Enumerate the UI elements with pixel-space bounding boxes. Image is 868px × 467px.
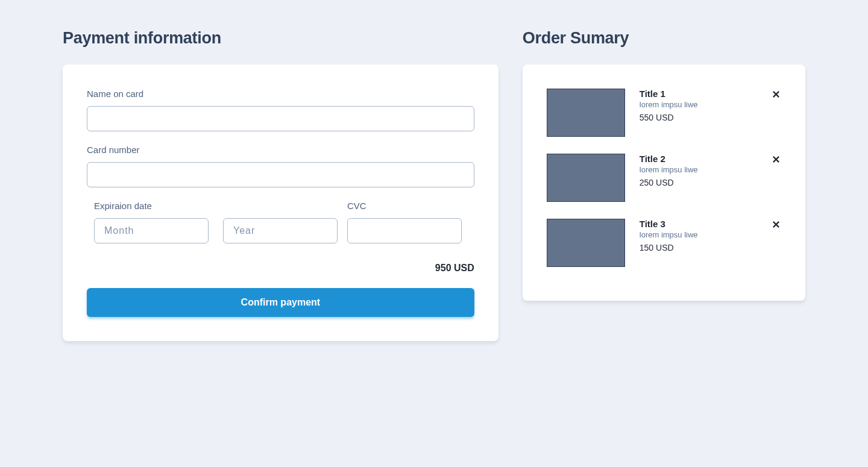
expiration-month-input[interactable] [94,218,209,243]
remove-item-button[interactable] [770,219,781,230]
order-item: Title 3 lorem impsu liwe 150 USD [547,219,781,267]
expiration-label: Expiraion date [94,201,338,211]
order-item-thumbnail [547,219,625,267]
order-item-subtitle: lorem impsu liwe [640,165,756,174]
card-number-input[interactable] [87,162,474,187]
order-item-price: 550 USD [640,113,756,122]
order-item-subtitle: lorem impsu liwe [640,230,756,239]
close-icon [772,90,780,98]
close-icon [772,155,780,163]
name-on-card-label: Name on card [87,89,474,99]
order-item-title: Title 2 [640,154,756,164]
order-item-title: Title 1 [640,89,756,99]
order-item: Title 2 lorem impsu liwe 250 USD [547,154,781,202]
order-item-thumbnail [547,89,625,137]
order-summary-card: Title 1 lorem impsu liwe 550 USD Title 2… [523,64,805,301]
expiration-year-input[interactable] [223,218,338,243]
order-item-info: Title 1 lorem impsu liwe 550 USD [640,89,756,137]
remove-item-button[interactable] [770,154,781,165]
order-item-info: Title 2 lorem impsu liwe 250 USD [640,154,756,202]
order-item: Title 1 lorem impsu liwe 550 USD [547,89,781,137]
card-number-label: Card number [87,145,474,155]
order-item-price: 150 USD [640,243,756,252]
payment-section-title: Payment information [63,29,498,48]
name-on-card-input[interactable] [87,106,474,131]
remove-item-button[interactable] [770,89,781,99]
expiration-field: Expiraion date [94,201,338,243]
expiration-cvc-row: Expiraion date CVC [87,201,474,243]
order-item-price: 250 USD [640,178,756,187]
name-on-card-field: Name on card [87,89,474,131]
cvc-field: CVC [347,201,462,243]
close-icon [772,221,780,228]
payment-card: Name on card Card number Expiraion date … [63,64,498,341]
order-item-subtitle: lorem impsu liwe [640,100,756,109]
order-item-thumbnail [547,154,625,202]
order-item-info: Title 3 lorem impsu liwe 150 USD [640,219,756,267]
cvc-label: CVC [347,201,462,211]
cvc-input[interactable] [347,218,462,243]
confirm-payment-button[interactable]: Confirm payment [87,288,474,317]
card-number-field: Card number [87,145,474,187]
order-summary-title: Order Sumary [523,29,805,48]
payment-total: 950 USD [87,263,474,274]
order-item-title: Title 3 [640,219,756,229]
